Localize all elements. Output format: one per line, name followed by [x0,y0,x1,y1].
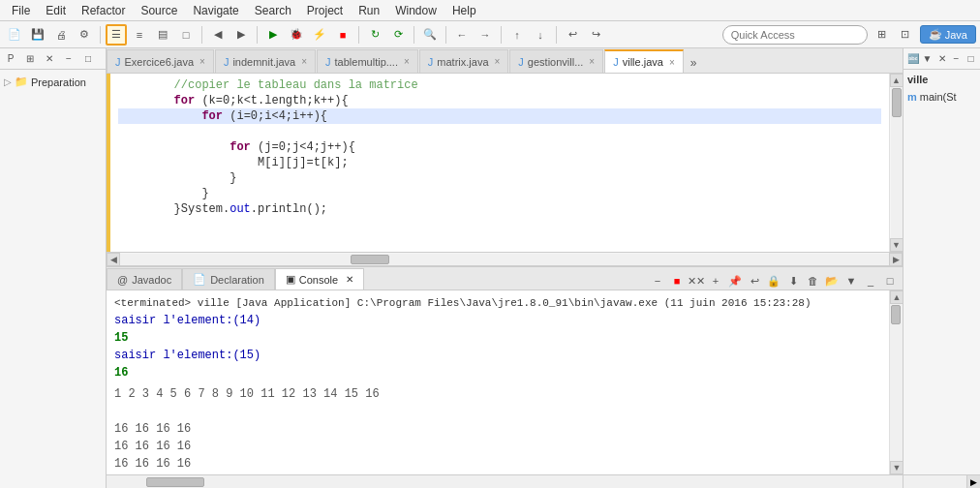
console-vscrollbar[interactable]: ▲ ▼ [889,290,903,474]
run-btn[interactable]: ⚡ [309,24,330,46]
menu-edit[interactable]: Edit [38,2,74,19]
tab-close[interactable]: × [199,56,205,67]
hscroll-thumb[interactable] [351,255,389,264]
console-scroll-track[interactable] [890,304,903,461]
open-console-btn[interactable]: 📂 [823,272,841,290]
console-hscrollbar[interactable] [107,474,903,488]
tab-gestionvill[interactable]: J gestionvill... × [509,49,603,73]
scroll-track[interactable] [891,87,903,238]
fwd-nav-btn[interactable]: → [475,24,496,46]
scroll-lock-btn[interactable]: 🔒 [765,272,782,290]
print-btn[interactable]: 🖨 [50,24,72,46]
tab-close-3[interactable]: × [404,56,410,67]
hscroll-left-btn[interactable]: ◀ [107,253,120,266]
outline-main-method[interactable]: m main(St [907,89,976,105]
outline-btn[interactable]: ▤ [152,24,173,46]
menu-source[interactable]: Source [133,2,185,19]
tab-matrix[interactable]: J matrix.java × [419,49,509,73]
console-scroll-up[interactable]: ▲ [890,290,903,304]
perspectives-btn[interactable]: ⊞ [872,24,893,46]
quick-access-input[interactable] [722,25,868,45]
menu-refactor[interactable]: Refactor [74,2,133,19]
word-wrap-btn[interactable]: ↩ [746,272,763,290]
down-btn[interactable]: ↓ [530,24,551,46]
right-scroll-right[interactable]: ▶ [966,475,980,488]
search-btn[interactable]: 🔍 [419,24,441,46]
tab-declaration[interactable]: 📄 Declaration [182,268,275,290]
menu-project[interactable]: Project [299,2,351,19]
right-sidebar-max-btn[interactable]: □ [964,50,978,68]
scroll-down-btn[interactable]: ▼ [890,238,903,252]
console-max-btn[interactable]: □ [881,272,899,290]
terminate-btn[interactable]: ■ [668,272,686,290]
console-hscroll-thumb[interactable] [146,477,204,487]
tab-ville[interactable]: J ville.java × [604,49,684,73]
right-sidebar-min-btn[interactable]: − [949,50,964,68]
run-last-btn[interactable]: ▶ [262,24,284,46]
back-nav-btn[interactable]: ← [451,24,473,46]
code-content[interactable]: //copier le tableau dans la matrice for … [110,74,889,252]
right-sidebar-close-btn[interactable]: ✕ [934,50,949,68]
prev-btn[interactable]: ◀ [207,24,229,46]
scroll-up-btn[interactable]: ▲ [890,74,903,87]
right-sidebar-sort-btn[interactable]: 🔤 [905,50,920,68]
hierarchy-btn[interactable]: ≡ [129,24,150,46]
tab-close-6[interactable]: × [669,57,675,68]
tab-close-2[interactable]: × [301,56,307,67]
menu-run[interactable]: Run [351,2,387,19]
editor-hscrollbar[interactable]: ◀ ▶ [107,252,903,265]
tab-overflow-btn[interactable]: » [685,53,703,73]
console-view-menu-btn[interactable]: ▼ [842,272,860,290]
console-close-icon[interactable]: ✕ [346,274,353,285]
console-hscroll-track[interactable] [107,475,903,488]
tab-javadoc[interactable]: @ Javadoc [107,268,182,290]
menu-navigate[interactable]: Navigate [185,2,246,19]
new-btn[interactable]: 📄 [4,24,25,46]
menu-window[interactable]: Window [387,2,444,19]
new-console-btn[interactable]: + [707,272,724,290]
scroll-end-btn[interactable]: ⬇ [784,272,802,290]
view-btn[interactable]: ⊡ [895,24,916,46]
task-btn[interactable]: □ [175,24,197,46]
sidebar-pkg-btn[interactable]: P [2,50,19,68]
console-content[interactable]: <terminated> ville [Java Application] C:… [107,290,889,474]
right-hscroll-track[interactable] [903,475,966,488]
menu-help[interactable]: Help [444,2,484,19]
debug-btn[interactable]: 🐞 [286,24,307,46]
pin-btn[interactable]: 📌 [726,272,744,290]
tab-tablemultip[interactable]: J tablemultip.... × [317,49,418,73]
editor-vscrollbar[interactable]: ▲ ▼ [889,74,903,252]
undo-btn[interactable]: ↩ [562,24,583,46]
refresh-btn[interactable]: ↻ [364,24,385,46]
console-scroll-down[interactable]: ▼ [890,461,903,474]
console-scroll-thumb[interactable] [891,305,901,324]
tab-console[interactable]: ▣ Console ✕ [275,268,364,290]
console-min-btn[interactable]: _ [862,272,879,290]
menu-search[interactable]: Search [247,2,299,19]
scroll-thumb[interactable] [892,88,902,117]
sidebar-sync-btn[interactable]: ⊞ [21,50,39,68]
menu-file[interactable]: File [4,2,38,19]
redo-btn[interactable]: ↪ [585,24,606,46]
sidebar-close-btn[interactable]: ✕ [41,50,58,68]
java-editor-btn[interactable]: ☰ [106,24,127,46]
hscroll-right-btn[interactable]: ▶ [889,253,903,266]
tab-exercice6[interactable]: J Exercice6.java × [107,49,214,73]
java-perspective-btn[interactable]: ☕ Java [920,25,976,44]
tab-close-5[interactable]: × [589,56,595,67]
sidebar-min-btn[interactable]: − [60,50,77,68]
props-btn[interactable]: ⚙ [74,24,95,46]
sidebar-max-btn[interactable]: □ [79,50,97,68]
save-btn[interactable]: 💾 [27,24,48,46]
remove-launch-btn[interactable]: ✕✕ [688,272,705,290]
tab-close-4[interactable]: × [495,56,501,67]
refresh2-btn[interactable]: ⟳ [387,24,409,46]
up-btn[interactable]: ↑ [506,24,528,46]
right-sidebar-menu-btn[interactable]: ▼ [920,50,934,68]
stop-btn[interactable]: ■ [332,24,353,46]
hscroll-track[interactable] [120,254,889,265]
tab-indemnit[interactable]: J indemnit.java × [215,49,316,73]
sidebar-tree-preparation[interactable]: ▷ 📁 Preparation [0,74,106,90]
next-btn[interactable]: ▶ [230,24,252,46]
minimize-console-btn[interactable]: − [649,272,666,290]
